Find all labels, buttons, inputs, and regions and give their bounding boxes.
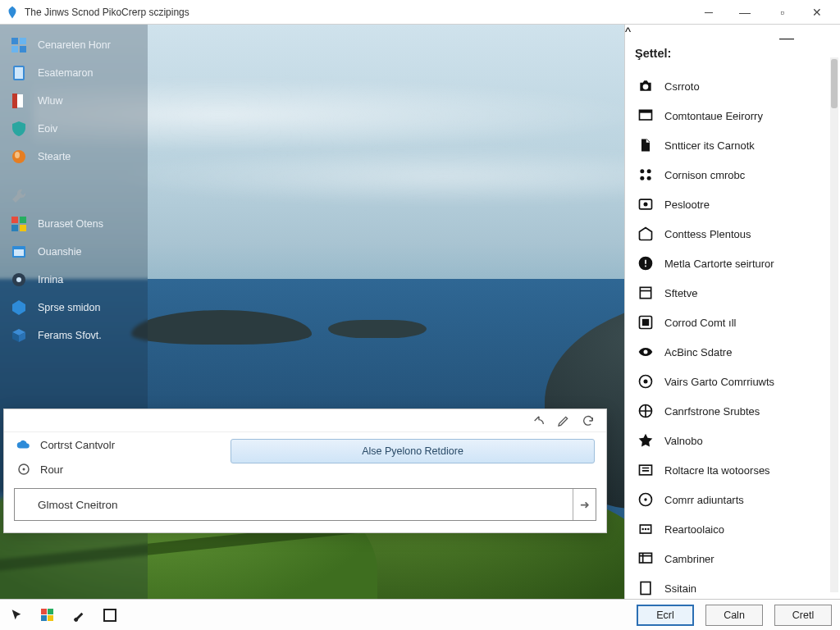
panel-collapse-icon[interactable]: ^ — [625, 25, 840, 39]
settings-item-icon — [637, 107, 655, 125]
shield-icon — [10, 120, 28, 138]
settings-item-icon — [637, 372, 655, 390]
square-icon[interactable] — [102, 607, 118, 623]
secondary-button[interactable]: Caln — [705, 605, 763, 626]
svg-rect-3 — [20, 46, 26, 52]
settings-item-15[interactable]: Reartoolaico — [625, 514, 840, 544]
dialog-row-label: Rour — [40, 463, 63, 476]
settings-item-2[interactable]: Sntticer its Carnotk — [625, 130, 840, 160]
window-maximize-button[interactable]: ▫ — [763, 1, 799, 24]
svg-point-9 — [15, 152, 20, 158]
start-item-label: Eoiv — [38, 123, 57, 135]
start-item-eoiv[interactable]: Eoiv — [0, 115, 148, 143]
settings-item-label: Csrroto — [664, 80, 700, 93]
settings-item-13[interactable]: Roltacre lta wotoorses — [625, 455, 840, 485]
svg-rect-36 — [642, 319, 649, 326]
settings-item-7[interactable]: Sftetve — [625, 278, 840, 308]
settings-item-14[interactable]: Comrr adiuntarts — [625, 485, 840, 514]
flag-icon[interactable] — [39, 607, 56, 623]
cursor-icon[interactable] — [8, 607, 25, 623]
window-minimize-button[interactable]: ─ — [691, 1, 727, 24]
svg-rect-50 — [41, 609, 47, 614]
window-minimize2-button[interactable]: ― — [727, 1, 763, 24]
panel-minimize-icon[interactable]: ― — [779, 30, 794, 47]
settings-item-icon — [637, 195, 655, 213]
start-item-ouanshie[interactable]: Ouanshie — [0, 238, 148, 266]
svg-rect-54 — [104, 609, 116, 621]
settings-title: Şettel: — [635, 47, 671, 60]
settings-item-8[interactable]: Corrod Comt ıll — [625, 308, 840, 337]
cloud-icon — [16, 436, 32, 453]
settings-item-icon — [637, 343, 655, 361]
dialog-go-button[interactable]: ➜ — [573, 489, 596, 520]
brush-icon[interactable] — [71, 607, 87, 623]
start-item-esatemaron[interactable]: Esatemaron — [0, 59, 148, 87]
svg-point-28 — [640, 169, 644, 173]
settings-item-label: Comrr adiuntarts — [664, 494, 744, 506]
settings-item-icon — [637, 579, 655, 597]
svg-marker-18 — [12, 300, 25, 315]
app-icon — [5, 5, 20, 20]
dialog-tab-label: Alse Pyelono Retdiore — [362, 445, 463, 457]
settings-item-1[interactable]: Comtontaue Eeirorry — [625, 101, 840, 130]
settings-item-0[interactable]: Csrroto — [625, 71, 840, 101]
svg-rect-11 — [20, 217, 26, 223]
start-item-irnina[interactable]: Irnina — [0, 266, 148, 294]
settings-item-label: Metla Cartorte seirturor — [664, 258, 774, 270]
settings-item-12[interactable]: Valnobo — [625, 426, 840, 455]
settings-item-10[interactable]: Vairs Garto Comrriuwts — [625, 367, 840, 396]
notebook-icon — [10, 64, 28, 82]
settings-item-6[interactable]: Metla Cartorte seirturor — [625, 249, 840, 278]
settings-scrollbar[interactable] — [830, 57, 838, 592]
start-item-label: Esatemaron — [38, 67, 93, 79]
svg-point-33 — [644, 203, 648, 207]
start-item-buraset[interactable]: Buraset Otens — [0, 210, 148, 238]
tertiary-button[interactable]: Cretl — [774, 605, 832, 626]
svg-rect-51 — [48, 609, 53, 614]
svg-rect-2 — [11, 46, 18, 52]
settings-item-label: Cornison cmrobc — [664, 169, 745, 181]
scrollbar-thumb[interactable] — [831, 59, 838, 108]
window-close-button[interactable]: ✕ — [799, 1, 835, 24]
dialog-row-label: Cortrst Cantvolr — [40, 439, 115, 451]
svg-rect-34 — [640, 287, 651, 298]
settings-item-9[interactable]: AcBinc Sdatre — [625, 337, 840, 367]
start-item-label: Stearte — [38, 151, 71, 162]
svg-rect-15 — [14, 249, 24, 256]
settings-item-icon — [637, 491, 655, 509]
refresh-icon[interactable] — [582, 414, 595, 427]
wrench-icon — [10, 187, 28, 205]
settings-item-4[interactable]: Peslootre — [625, 189, 840, 219]
settings-item-label: Peslootre — [664, 199, 710, 211]
settings-item-label: Corrod Comt ıll — [664, 317, 736, 329]
start-item-wrench[interactable] — [0, 182, 148, 210]
settings-item-label: AcBinc Sdatre — [664, 346, 732, 358]
workspace: Cenareten Honr Esatemaron Wluw Eoiv Stea… — [0, 25, 840, 599]
edit-icon[interactable] — [557, 414, 570, 427]
svg-point-29 — [647, 169, 651, 173]
tertiary-button-label: Cretl — [792, 609, 814, 621]
settings-item-11[interactable]: Canrfstrone Srubtes — [625, 396, 840, 426]
start-item-wluw[interactable]: Wluw — [0, 87, 148, 115]
dialog-search-input[interactable] — [15, 499, 573, 511]
svg-point-30 — [640, 176, 644, 180]
svg-point-37 — [644, 350, 648, 354]
start-item-ferams[interactable]: Ferams Sfovt. — [0, 322, 148, 349]
settings-item-17[interactable]: Ssitain — [625, 573, 840, 599]
settings-item-5[interactable]: Conttess Plentous — [625, 219, 840, 249]
bottom-left-icons — [8, 607, 118, 623]
window-icon — [10, 243, 28, 261]
settings-list: CsrrotoComtontaue EeirorrySntticer its C… — [625, 68, 840, 599]
settings-item-label: Reartoolaico — [664, 523, 724, 536]
start-item-cenareten[interactable]: Cenareten Honr — [0, 31, 148, 59]
start-item-sprse[interactable]: Sprse smidon — [0, 294, 148, 322]
start-item-stearte[interactable]: Stearte — [0, 143, 148, 171]
dialog-active-tab[interactable]: Alse Pyelono Retdiore — [231, 439, 595, 463]
settings-item-16[interactable]: Cambriner — [625, 544, 840, 573]
settings-item-icon — [637, 520, 655, 538]
share-icon[interactable] — [532, 414, 546, 427]
dialog-input-wrap: ➜ — [14, 488, 596, 521]
primary-button[interactable]: Ecrl — [637, 605, 694, 626]
settings-item-icon — [637, 461, 655, 479]
settings-item-3[interactable]: Cornison cmrobc — [625, 160, 840, 189]
